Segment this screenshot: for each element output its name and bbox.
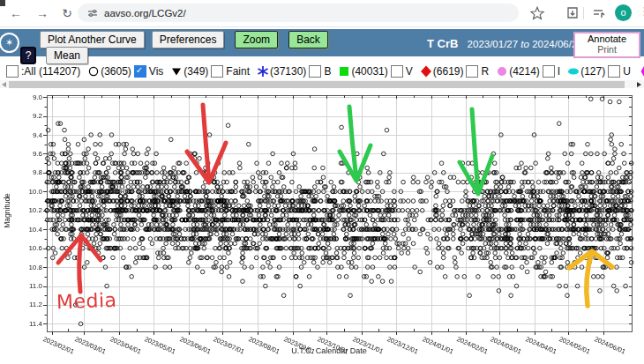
browser-menu-icon[interactable]: ⋮: [639, 4, 644, 18]
band-label-v: V: [406, 65, 413, 78]
toolbar-divider: [583, 7, 584, 19]
triangle-down-swatch-icon: [170, 65, 183, 78]
band-checkbox-faint[interactable]: [211, 65, 223, 78]
diamond-swatch-icon: [420, 65, 432, 78]
band-checkbox-u[interactable]: [608, 65, 620, 78]
aavso-logo: ✶: [0, 33, 19, 53]
open-circle-swatch-icon: [87, 65, 100, 78]
band-count-b: (37130): [270, 65, 306, 78]
band-item-v: (40031)V: [338, 65, 412, 78]
band-item-i: (4214)I: [496, 65, 560, 78]
bookmark-star-icon[interactable]: [529, 5, 545, 21]
y-tick-label: 11.2: [21, 301, 42, 308]
preferences-button[interactable]: Preferences: [152, 31, 225, 48]
light-curve-chart: 9.09.29.49.69.810.010.210.410.610.811.01…: [0, 88, 644, 364]
browser-toolbar: ← → ↻ aavso.org/LCGv2/ o ⋮: [0, 0, 644, 27]
zoom-button[interactable]: Zoom: [235, 31, 278, 48]
back-button[interactable]: Back: [288, 31, 328, 48]
y-axis-title: Magnitude: [3, 185, 11, 236]
y-tick-label: 9.8: [21, 168, 42, 176]
band-count-faint: (349): [183, 65, 208, 78]
y-tick-label: 10.0: [21, 188, 42, 196]
star-swatch-icon: [257, 65, 269, 78]
band-count-u: (127): [580, 65, 605, 78]
band-label-all: :All (114207): [21, 65, 80, 78]
y-tick-label: 9.4: [21, 131, 42, 139]
band-checkbox-i[interactable]: [543, 65, 555, 78]
band-checkbox-all[interactable]: [6, 65, 19, 78]
scrollbar-thumb[interactable]: [9, 81, 625, 88]
date-from: 2023/01/27: [468, 39, 519, 49]
mean-button[interactable]: Mean: [46, 47, 88, 64]
site-settings-icon[interactable]: [87, 8, 98, 19]
window-corner: [0, 0, 5, 6]
scrollbar-right-arrow-icon[interactable]: [637, 82, 641, 87]
band-item-r: (6619)R: [420, 65, 489, 78]
lcg-header: ✶ Plot Another CurvePreferencesZoomBack …: [0, 29, 644, 56]
extensions-icon[interactable]: [591, 5, 607, 21]
band-label-vis: Vis: [149, 65, 163, 78]
band-label-b: B: [324, 65, 331, 78]
band-item-u: (127)U: [567, 65, 631, 78]
circle-swatch-icon: [496, 65, 508, 78]
band-checkbox-b[interactable]: [309, 65, 321, 78]
media-annotation-label: Media: [56, 289, 117, 313]
band-label-u: U: [623, 65, 631, 78]
y-tick-label: 10.6: [21, 244, 42, 252]
band-filter-row: :All (114207)(3605)Vis(349)Faint(37130)B…: [0, 63, 644, 79]
annotate-button[interactable]: Annotate: [575, 33, 639, 44]
band-checkbox-r[interactable]: [466, 65, 478, 78]
address-bar[interactable]: aavso.org/LCGv2/: [78, 4, 519, 22]
band-checkbox-v[interactable]: [391, 65, 403, 78]
print-button[interactable]: Print: [575, 44, 639, 55]
star-name: T CrB: [427, 37, 458, 50]
band-item-b: (37130)B: [257, 65, 331, 78]
band-item-vis: (3605)Vis: [87, 65, 163, 78]
profile-avatar[interactable]: o: [615, 4, 632, 21]
chart-title: T CrB 2023/01/27 to 2024/06/26: [427, 37, 583, 50]
aavso-logo-star: ✶: [1, 34, 18, 51]
browser-reload-icon[interactable]: ↻: [58, 4, 76, 22]
band-label-r: R: [481, 65, 489, 78]
square-swatch-icon: [338, 65, 350, 78]
header-button-row: Plot Another CurvePreferencesZoomBack: [40, 31, 328, 48]
band-item-j: (1)J: [638, 65, 644, 78]
y-tick-label: 9.0: [21, 93, 42, 101]
downloads-icon[interactable]: [565, 5, 580, 21]
band-count-r: (6619): [433, 65, 464, 78]
url-text: aavso.org/LCGv2/: [104, 8, 186, 19]
header-row2: ? Mean: [20, 47, 88, 64]
y-tick-label: 10.8: [21, 264, 42, 271]
y-tick-label: 9.6: [21, 150, 42, 158]
help-button[interactable]: ?: [20, 47, 36, 64]
ellipse-swatch-icon: [567, 65, 580, 78]
x-axis-title: U.T.C. Calendar Date: [254, 346, 404, 355]
band-count-i: (4214): [509, 65, 540, 78]
band-label-faint: Faint: [226, 65, 250, 78]
y-tick-label: 10.2: [21, 206, 42, 214]
annotate-print-box[interactable]: Annotate Print: [573, 32, 640, 58]
y-tick-label: 11.4: [21, 320, 42, 328]
y-tick-label: 9.2: [21, 112, 42, 120]
browser-forward-icon[interactable]: →: [34, 4, 51, 22]
browser-back-icon[interactable]: ←: [7, 4, 25, 22]
light-curve-plot[interactable]: [0, 88, 644, 364]
date-to-word: to: [520, 39, 529, 49]
band-item-faint: (349)Faint: [170, 65, 250, 78]
plot-another-curve-button[interactable]: Plot Another Curve: [40, 31, 145, 48]
band-label-i: I: [558, 65, 560, 78]
band-item-all: :All (114207): [4, 65, 80, 78]
band-count-v: (40031): [351, 65, 387, 78]
scrollbar-left-arrow-icon[interactable]: [2, 82, 6, 87]
band-count-vis: (3605): [101, 65, 131, 78]
y-tick-label: 10.4: [21, 226, 42, 234]
diamond-narrow-swatch-icon: [638, 65, 644, 78]
band-checkbox-vis[interactable]: [134, 65, 146, 78]
y-tick-label: 11.0: [21, 282, 42, 290]
